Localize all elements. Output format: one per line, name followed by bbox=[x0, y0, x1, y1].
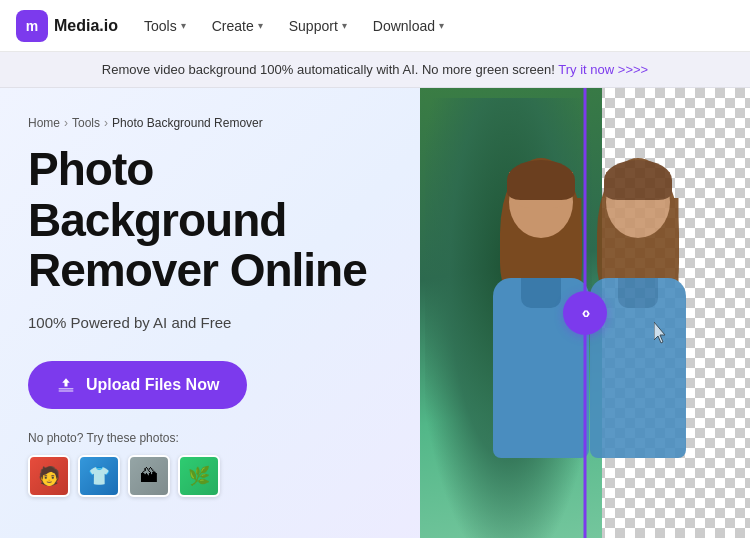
upload-button-label: Upload Files Now bbox=[86, 376, 219, 394]
sample-icon-3: 🏔 bbox=[140, 465, 158, 486]
sample-photo-1[interactable]: 🧑 bbox=[28, 455, 70, 497]
photo-removed-side bbox=[585, 88, 750, 538]
breadcrumb: Home › Tools › Photo Background Remover bbox=[28, 116, 396, 130]
nav-item-tools[interactable]: Tools ▾ bbox=[134, 12, 196, 40]
title-line-2: Remover Online bbox=[28, 244, 367, 296]
banner-text: Remove video background 100% automatical… bbox=[102, 62, 555, 77]
navbar: m Media.io Tools ▾ Create ▾ Support ▾ Do… bbox=[0, 0, 750, 52]
subtitle: 100% Powered by AI and Free bbox=[28, 314, 396, 331]
main-content: Home › Tools › Photo Background Remover … bbox=[0, 88, 750, 538]
nav-label-create: Create bbox=[212, 18, 254, 34]
sample-photo-4[interactable]: 🌿 bbox=[178, 455, 220, 497]
sample-icon-4: 🌿 bbox=[188, 465, 210, 487]
left-panel: Home › Tools › Photo Background Remover … bbox=[0, 88, 420, 538]
sample-photo-2[interactable]: 👕 bbox=[78, 455, 120, 497]
nav-item-create[interactable]: Create ▾ bbox=[202, 12, 273, 40]
logo-icon: m bbox=[16, 10, 48, 42]
chevron-down-icon: ▾ bbox=[342, 20, 347, 31]
nav-item-support[interactable]: Support ▾ bbox=[279, 12, 357, 40]
nav-label-download: Download bbox=[373, 18, 435, 34]
breadcrumb-current: Photo Background Remover bbox=[112, 116, 263, 130]
sample-photo-3[interactable]: 🏔 bbox=[128, 455, 170, 497]
breadcrumb-tools[interactable]: Tools bbox=[72, 116, 100, 130]
logo[interactable]: m Media.io bbox=[16, 10, 118, 42]
breadcrumb-sep-2: › bbox=[104, 116, 108, 130]
chevron-down-icon: ▾ bbox=[258, 20, 263, 31]
divider-arrows-icon: ‹› bbox=[582, 304, 589, 322]
sample-icon-1: 🧑 bbox=[38, 465, 60, 487]
banner: Remove video background 100% automatical… bbox=[0, 52, 750, 88]
nav-label-support: Support bbox=[289, 18, 338, 34]
sample-photos-container: 🧑 👕 🏔 🌿 bbox=[28, 455, 396, 497]
divider-handle[interactable]: ‹› bbox=[563, 291, 607, 335]
upload-button[interactable]: Upload Files Now bbox=[28, 361, 247, 409]
nav-item-download[interactable]: Download ▾ bbox=[363, 12, 454, 40]
page-title: Photo Background Remover Online bbox=[28, 144, 396, 296]
right-panel: ‹› bbox=[420, 88, 750, 538]
breadcrumb-home[interactable]: Home bbox=[28, 116, 60, 130]
sample-icon-2: 👕 bbox=[88, 465, 110, 487]
upload-icon bbox=[56, 375, 76, 395]
logo-text: Media.io bbox=[54, 17, 118, 35]
svg-rect-1 bbox=[59, 390, 74, 392]
chevron-down-icon: ▾ bbox=[181, 20, 186, 31]
try-photos-label: No photo? Try these photos: bbox=[28, 431, 396, 445]
svg-rect-0 bbox=[59, 388, 74, 390]
nav-label-tools: Tools bbox=[144, 18, 177, 34]
chevron-down-icon: ▾ bbox=[439, 20, 444, 31]
banner-link[interactable]: Try it now >>>> bbox=[558, 62, 648, 77]
breadcrumb-sep-1: › bbox=[64, 116, 68, 130]
image-container: ‹› bbox=[420, 88, 750, 538]
cursor-pointer bbox=[654, 322, 670, 344]
title-line-1: Photo Background bbox=[28, 143, 286, 246]
